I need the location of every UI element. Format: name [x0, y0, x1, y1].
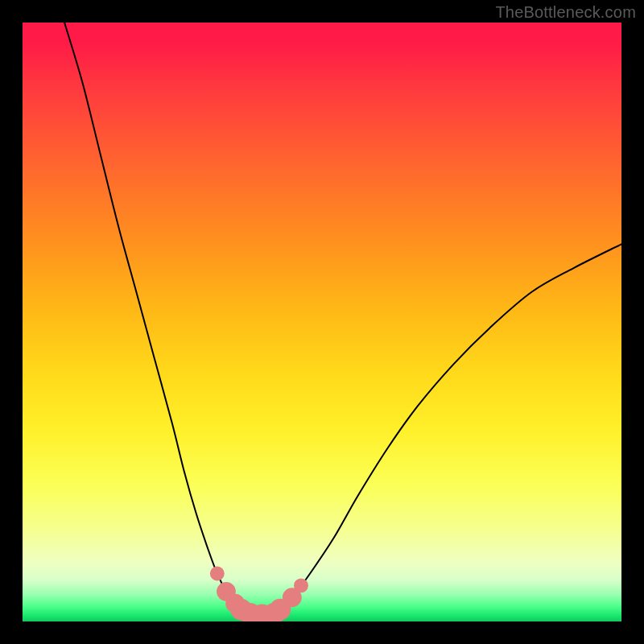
outer-frame: TheBottleneck.com — [0, 0, 644, 644]
data-marker — [210, 567, 225, 581]
curve-left-branch — [64, 23, 241, 609]
watermark-text: TheBottleneck.com — [495, 3, 636, 22]
data-marker — [294, 578, 308, 592]
chart-svg — [23, 23, 621, 621]
marker-layer — [210, 567, 308, 621]
curve-right-branch — [280, 244, 621, 609]
plot-area — [23, 23, 621, 621]
line-layer — [64, 23, 621, 615]
